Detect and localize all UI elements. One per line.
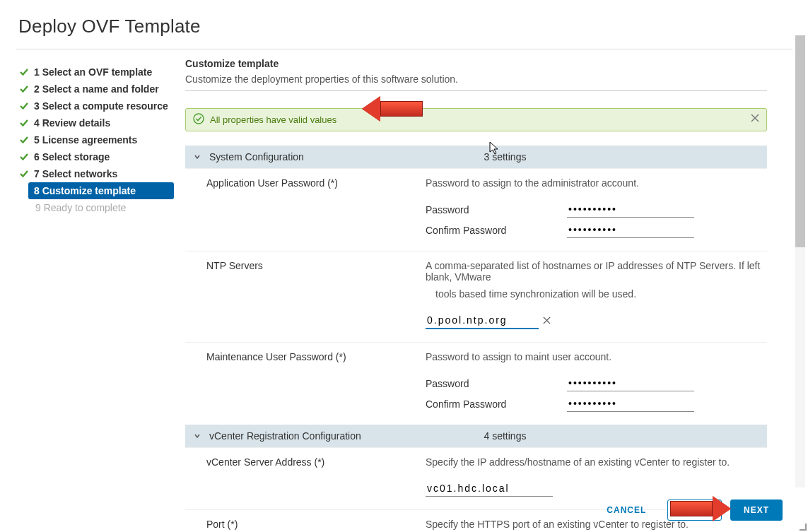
wizard-steps: 1 Select an OVF template 2 Select a name…	[16, 58, 174, 532]
row-ntp-servers: NTP Servers A comma-separated list of ho…	[185, 251, 767, 342]
page-title: Deploy OVF Template	[0, 0, 808, 49]
chevron-down-icon	[194, 430, 205, 442]
section-count: 3 settings	[484, 151, 759, 162]
step-label: 7 Select networks	[34, 168, 117, 179]
vcenter-address-input[interactable]	[426, 480, 553, 497]
field-label: NTP Servers	[206, 260, 426, 333]
field-label: Application User Password (*)	[206, 177, 426, 242]
scrollbar-track[interactable]	[795, 35, 805, 487]
field-label: Port (*)	[206, 519, 426, 530]
field-description: Password to assign to maint user account…	[426, 351, 767, 371]
step-label: 5 License agreements	[34, 134, 137, 146]
section-title: vCenter Registration Configuration	[209, 430, 484, 442]
step-label: 4 Review details	[34, 117, 110, 129]
chevron-down-icon	[194, 151, 205, 162]
step-label: 8 Customize template	[34, 185, 136, 196]
main-panel: Customize template Customize the deploym…	[174, 58, 801, 532]
banner-text: All properties have valid values	[210, 114, 336, 125]
field-description-line2: tools based time synchronization will be…	[426, 284, 767, 308]
password-label: Password	[426, 378, 567, 389]
field-description: Password to assign to the administrator …	[426, 177, 767, 197]
row-maintenance-user-password: Maintenance User Password (*) Password t…	[185, 342, 767, 425]
check-icon	[18, 83, 30, 95]
step-label: 2 Select a name and folder	[34, 83, 159, 95]
main-title: Customize template	[185, 58, 767, 73]
field-label: vCenter Server Address (*)	[206, 456, 426, 501]
step-2[interactable]: 2 Select a name and folder	[16, 81, 174, 97]
cancel-button[interactable]: CANCEL	[594, 500, 659, 520]
field-description-line1: A comma-separated list of hostnames or I…	[426, 260, 767, 284]
confirm-password-label: Confirm Password	[426, 225, 567, 236]
row-app-user-password: Application User Password (*) Password t…	[185, 168, 767, 251]
password-label: Password	[426, 204, 567, 215]
scrollbar-thumb[interactable]	[795, 35, 805, 247]
success-icon	[193, 113, 204, 126]
check-icon	[18, 100, 30, 112]
step-label: 3 Select a compute resource	[34, 100, 168, 112]
divider	[185, 90, 767, 91]
back-button[interactable]: BACK	[667, 500, 722, 521]
close-icon[interactable]	[751, 113, 759, 124]
svg-point-0	[194, 114, 204, 124]
section-vcenter-registration[interactable]: vCenter Registration Configuration 4 set…	[185, 425, 767, 447]
check-icon	[18, 168, 30, 179]
maint-user-password-input[interactable]	[567, 375, 694, 391]
maint-user-confirm-password-input[interactable]	[567, 396, 694, 412]
validation-banner: All properties have valid values	[185, 108, 767, 131]
resize-grip-icon[interactable]	[798, 522, 807, 531]
step-6[interactable]: 6 Select storage	[16, 148, 174, 165]
main-subtitle: Customize the deployment properties of t…	[185, 73, 767, 90]
step-label: 9 Ready to complete	[35, 202, 126, 213]
section-count: 4 settings	[484, 430, 759, 442]
ntp-servers-input[interactable]	[426, 312, 539, 329]
app-user-confirm-password-input[interactable]	[567, 222, 694, 238]
step-9-pending: 9 Ready to complete	[33, 199, 174, 216]
check-icon	[18, 117, 30, 129]
app-user-password-input[interactable]	[567, 201, 694, 218]
step-1[interactable]: 1 Select an OVF template	[16, 64, 174, 81]
field-description: Specify the IP address/hostname of an ex…	[426, 456, 767, 476]
section-title: System Configuration	[209, 151, 484, 162]
step-8-active[interactable]: 8 Customize template	[28, 182, 174, 199]
step-7[interactable]: 7 Select networks	[16, 165, 174, 182]
section-system-configuration[interactable]: System Configuration 3 settings	[185, 146, 767, 168]
clear-input-icon[interactable]	[543, 315, 551, 326]
step-label: 6 Select storage	[34, 151, 110, 162]
step-label: 1 Select an OVF template	[34, 66, 152, 78]
next-button[interactable]: NEXT	[730, 500, 783, 521]
step-5[interactable]: 5 License agreements	[16, 131, 174, 148]
check-icon	[18, 134, 30, 146]
field-label: Maintenance User Password (*)	[206, 351, 426, 416]
step-4[interactable]: 4 Review details	[16, 114, 174, 131]
confirm-password-label: Confirm Password	[426, 398, 567, 410]
check-icon	[18, 66, 30, 78]
check-icon	[18, 151, 30, 162]
wizard-footer: CANCEL BACK NEXT	[594, 500, 783, 521]
step-3[interactable]: 3 Select a compute resource	[16, 97, 174, 114]
